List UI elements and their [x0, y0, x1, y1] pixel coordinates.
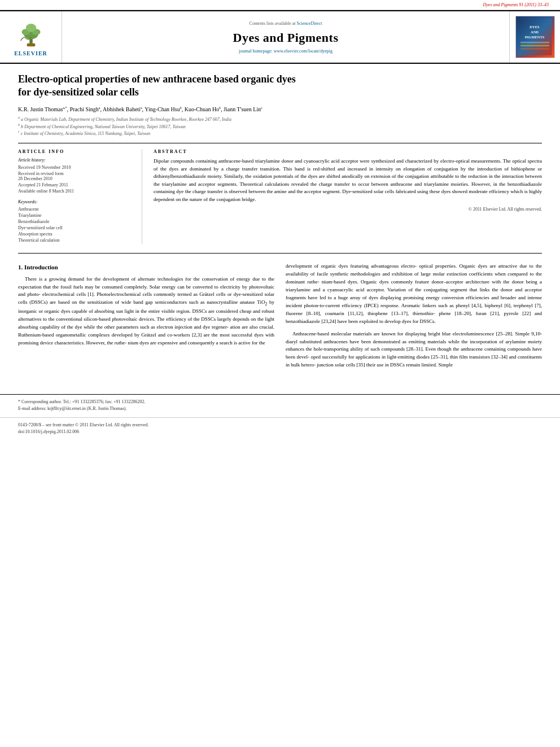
journal-homepage: journal homepage: www.elsevier.com/locat…: [239, 49, 333, 54]
body-right-col: development of organic dyes featuring ad…: [286, 263, 542, 374]
affiliation-a: a a Organic Materials Lab, Department of…: [18, 116, 542, 122]
abstract-label: ABSTRACT: [154, 149, 542, 154]
history-title: Article history:: [18, 158, 135, 163]
copyright-identifier: 0143-7208/$ – see front matter © 2011 El…: [18, 422, 542, 427]
received-date: Received 19 November 2010: [18, 165, 135, 170]
svg-rect-10: [520, 42, 549, 43]
svg-text:DYES: DYES: [530, 25, 540, 29]
article-info-abstract: ARTICLE INFO Article history: Received 1…: [18, 143, 542, 244]
article-info-label: ARTICLE INFO: [18, 149, 135, 154]
copyright: © 2011 Elsevier Ltd. All rights reserved…: [154, 207, 542, 212]
footer-identifiers: 0143-7208/$ – see front matter © 2011 El…: [0, 417, 560, 440]
article-footer: * Corresponding author. Tel.: +91 133228…: [0, 394, 560, 417]
footnote-star: * Corresponding author. Tel.: +91 133228…: [18, 399, 542, 404]
svg-rect-11: [520, 45, 549, 46]
accepted-date: Accepted 21 February 2011: [18, 182, 135, 187]
journal-header: ELSEVIER Contents lists available at Sci…: [0, 10, 560, 64]
keywords-section: Keywords: Anthracene Triarylamine Benzot…: [18, 199, 135, 243]
keyword-benzothiadiazole: Benzothiadiazole: [18, 219, 135, 224]
citation-bar: Dyes and Pigments 91 (2011) 33–43: [0, 0, 560, 10]
intro-section-title: 1. Introduction: [18, 263, 274, 272]
svg-point-4: [25, 24, 36, 32]
revised-date: Received in revised form Received in rev…: [18, 171, 135, 181]
article-title: Electro-optical properties of new anthra…: [18, 73, 542, 99]
body-left-col: 1. Introduction There is a growing deman…: [18, 263, 274, 374]
affiliation-b: b b Department of Chemical Engineering, …: [18, 123, 542, 129]
doi-identifier: doi:10.1016/j.dyepig.2011.02.006: [18, 429, 542, 434]
abstract-col: ABSTRACT Dipolar compounds containing an…: [154, 149, 542, 244]
article-history: Article history: Received 19 November 20…: [18, 158, 135, 194]
keyword-anthracene: Anthracene: [18, 207, 135, 212]
elsevier-logo: ELSEVIER: [14, 18, 48, 56]
sciencedirect-line: Contents lists available at ScienceDirec…: [250, 21, 322, 26]
keyword-dssc: Dye-sensitized solar cell: [18, 225, 135, 230]
sciencedirect-link[interactable]: ScienceDirect: [297, 21, 322, 26]
svg-text:PIGMENTS: PIGMENTS: [525, 35, 545, 39]
journal-cover-image: DYES AND PIGMENTS: [515, 16, 555, 58]
citation-text: Dyes and Pigments 91 (2011) 33–43: [483, 2, 549, 7]
journal-header-center: Contents lists available at ScienceDirec…: [62, 11, 509, 63]
affiliations: a a Organic Materials Lab, Department of…: [18, 116, 542, 136]
article-info-col: ARTICLE INFO Article history: Received 1…: [18, 149, 142, 244]
journal-cover-container: DYES AND PIGMENTS: [509, 11, 560, 63]
svg-rect-12: [520, 48, 549, 50]
intro-para2: development of organic dyes featuring ad…: [286, 263, 542, 326]
body-content: 1. Introduction There is a growing deman…: [18, 263, 542, 374]
svg-rect-5: [27, 43, 35, 47]
svg-text:AND: AND: [531, 30, 539, 34]
elsevier-logo-container: ELSEVIER: [0, 11, 62, 63]
journal-title: Dyes and Pigments: [233, 30, 339, 45]
affiliation-c: c c Institute of Chemistry, Academia Sin…: [18, 130, 542, 136]
section-divider: [18, 253, 542, 254]
journal-homepage-link[interactable]: journal homepage: www.elsevier.com/locat…: [239, 49, 333, 54]
abstract-text: Dipolar compounds containing anthracene-…: [154, 158, 542, 203]
main-content: Electro-optical properties of new anthra…: [0, 64, 560, 383]
intro-para3: Anthracene-based molecular materials are…: [286, 330, 542, 370]
keyword-theoretical: Theoretical calculation: [18, 238, 135, 243]
keyword-triarylamine: Triarylamine: [18, 213, 135, 218]
elsevier-text: ELSEVIER: [14, 50, 47, 56]
elsevier-tree-icon: [14, 18, 48, 49]
footnote-email: E-mail address: krjt8fcy@iitr.ernet.in (…: [18, 406, 542, 411]
intro-para1: There is a growing demand for the develo…: [18, 276, 274, 347]
keyword-absorption: Absorption spectra: [18, 231, 135, 237]
authors-line: K.R. Justin Thomasa,*, Prachi Singha, Ab…: [18, 106, 542, 112]
online-date: Available online 8 March 2011: [18, 189, 135, 194]
keywords-title: Keywords:: [18, 199, 135, 204]
